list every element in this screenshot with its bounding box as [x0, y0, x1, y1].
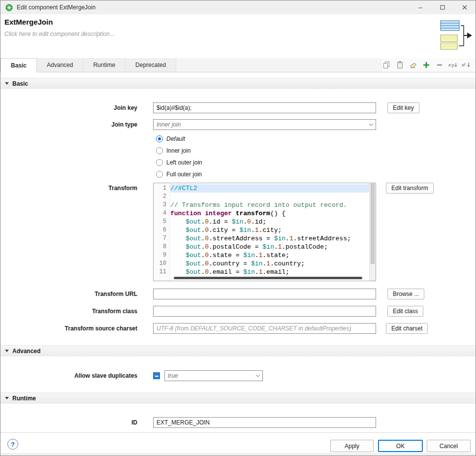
- svg-text:x:y: x:y: [448, 63, 454, 67]
- radio-label: Inner join: [166, 147, 190, 154]
- clover-logo-icon: [5, 4, 13, 11]
- title-bar: Edit component ExtMergeJoin: [0, 0, 476, 14]
- radio-option-inner-join[interactable]: Inner join: [156, 146, 190, 156]
- component-description-placeholder[interactable]: Click here to edit component description…: [4, 31, 114, 37]
- transform-url-label: Transform URL: [0, 289, 137, 299]
- radio-label: Default: [166, 135, 185, 142]
- apply-button[interactable]: Apply: [330, 440, 374, 452]
- code-line: 9 $out.0.state = $in.1.state;: [154, 251, 369, 260]
- copy-icon[interactable]: [382, 61, 391, 69]
- join-type-select[interactable]: Inner join: [153, 119, 376, 130]
- code-line: 5 $out.0.id = $in.0.id;: [154, 218, 369, 226]
- radio-option-default[interactable]: Default: [156, 134, 185, 144]
- radio-option-left-outer-join[interactable]: Left outer join: [156, 158, 202, 167]
- transform-label: Transform: [0, 183, 137, 194]
- code-line: 2: [154, 193, 369, 201]
- transform-url-input[interactable]: [153, 289, 376, 299]
- allow-slave-duplicates-value: true: [165, 372, 254, 379]
- allow-slave-duplicates-checkbox[interactable]: [153, 372, 160, 379]
- ok-button[interactable]: OK: [378, 440, 423, 452]
- scrollbar-thumb[interactable]: [174, 277, 362, 279]
- edit-component-dialog: Edit component ExtMergeJoin ExtMergeJoin…: [0, 0, 476, 456]
- code-lines: 1//#CTL223// Transforms input record int…: [154, 184, 369, 276]
- chevron-down-icon: [254, 374, 262, 377]
- transform-source-charset-label: Transform source charset: [0, 323, 137, 334]
- window-title: Edit component ExtMergeJoin: [17, 4, 409, 11]
- editor-vertical-scrollbar[interactable]: [369, 183, 376, 281]
- section-runtime-title: Runtime: [12, 395, 36, 402]
- transform-class-label: Transform class: [0, 306, 137, 317]
- allow-slave-duplicates-label: Allow slave duplicates: [0, 370, 137, 381]
- maximize-button[interactable]: [431, 0, 453, 14]
- radio-button[interactable]: [156, 159, 163, 166]
- chevron-down-icon: [367, 123, 376, 126]
- close-button[interactable]: [453, 0, 476, 14]
- collapse-arrow-icon: [5, 82, 9, 85]
- radio-button[interactable]: [156, 171, 163, 178]
- transform-code-editor[interactable]: 1//#CTL223// Transforms input record int…: [153, 183, 376, 281]
- join-key-label: Join key: [0, 102, 137, 113]
- code-line: 7 $out.0.streetAddress = $in.1.streetAdd…: [154, 234, 369, 243]
- editor-horizontal-scrollbar[interactable]: [171, 275, 369, 281]
- code-line: 4function integer transform() {: [154, 209, 369, 218]
- join-type-label: Join type: [0, 119, 137, 130]
- window-bottom-edge: [0, 453, 476, 456]
- edit-charset-button[interactable]: Edit charset: [386, 323, 428, 334]
- section-runtime-header[interactable]: Runtime: [0, 392, 476, 404]
- merge-join-icon: [440, 20, 473, 54]
- sort-keys-icon[interactable]: x:y: [448, 61, 457, 69]
- tab-advanced[interactable]: Advanced: [37, 58, 83, 72]
- tab-basic[interactable]: Basic: [0, 58, 37, 72]
- section-advanced-header[interactable]: Advanced: [0, 345, 476, 357]
- code-line: 1//#CTL2: [154, 184, 369, 193]
- cancel-button[interactable]: Cancel: [427, 440, 471, 452]
- join-key-input[interactable]: [153, 102, 376, 113]
- tab-runtime[interactable]: Runtime: [83, 58, 126, 72]
- minimize-button[interactable]: [409, 0, 431, 14]
- code-line: 10 $out.0.country = $in.1.country;: [154, 260, 369, 268]
- tab-deprecated[interactable]: Deprecated: [126, 58, 176, 72]
- dialog-footer: ? Apply OK Cancel: [0, 432, 476, 456]
- remove-icon[interactable]: [435, 61, 444, 69]
- edit-class-button[interactable]: Edit class: [387, 306, 423, 317]
- page-title: ExtMergeJoin: [4, 18, 53, 26]
- radio-label: Full outer join: [166, 171, 202, 178]
- scrollbar-thumb[interactable]: [371, 184, 375, 264]
- svg-text:x²: x²: [462, 63, 466, 67]
- erase-icon[interactable]: [409, 61, 417, 69]
- help-icon[interactable]: ?: [7, 439, 18, 450]
- paste-icon[interactable]: [395, 61, 404, 69]
- transform-source-charset-input[interactable]: [153, 323, 376, 334]
- code-line: 3// Transforms input record into output …: [154, 201, 369, 209]
- edit-transform-button[interactable]: Edit transform: [386, 183, 434, 194]
- code-line: 8 $out.0.postalCode = $in.1.postalCode;: [154, 243, 369, 251]
- join-type-select-value: Inner join: [154, 121, 367, 128]
- allow-slave-duplicates-select[interactable]: true: [164, 370, 263, 381]
- collapse-arrow-icon: [5, 397, 9, 399]
- collapse-arrow-icon: [5, 350, 9, 352]
- section-basic-header[interactable]: Basic: [0, 78, 476, 89]
- radio-label: Left outer join: [166, 159, 202, 166]
- section-advanced-title: Advanced: [12, 348, 40, 355]
- radio-button[interactable]: [156, 135, 163, 142]
- id-input[interactable]: [153, 417, 376, 428]
- id-label: ID: [0, 417, 137, 428]
- edit-key-button[interactable]: Edit key: [387, 102, 419, 113]
- radio-option-full-outer-join[interactable]: Full outer join: [156, 169, 202, 179]
- code-line: 6 $out.0.city = $in.1.city;: [154, 226, 369, 234]
- browse-button[interactable]: Browse ...: [387, 289, 424, 299]
- tab-bar: Basic Advanced Runtime Deprecated x:y x²: [0, 58, 476, 72]
- transform-class-input[interactable]: [153, 306, 376, 317]
- section-basic-title: Basic: [12, 80, 28, 87]
- add-icon[interactable]: [422, 61, 431, 69]
- formula-icon[interactable]: x²: [462, 61, 471, 69]
- properties-toolbar: x:y x²: [382, 58, 476, 72]
- radio-button[interactable]: [156, 147, 163, 154]
